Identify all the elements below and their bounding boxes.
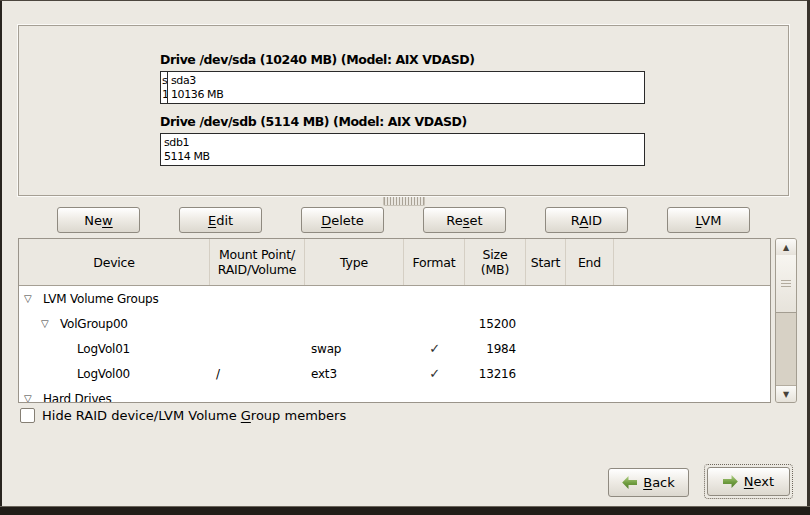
cell-size: 15200 [465, 317, 526, 331]
column-header-blank [614, 239, 770, 285]
scroll-up-arrow-icon[interactable]: ▲ [776, 239, 796, 256]
pane-splitter-grip[interactable] [383, 197, 425, 206]
drive-sda-title: Drive /dev/sda (10240 MB) (Model: AIX VD… [160, 52, 475, 67]
next-arrow-icon [723, 475, 738, 488]
header-label: Mount Point/ [219, 247, 295, 262]
next-button[interactable]: Next [707, 467, 790, 496]
partition-sda3[interactable]: sda3 10136 MB [168, 72, 644, 103]
cell-type: ext3 [305, 367, 404, 381]
header-label: RAID/Volume [218, 262, 297, 277]
cell-size: 13216 [465, 367, 526, 381]
header-label: Size [483, 247, 508, 262]
header-label: Type [340, 255, 368, 270]
label-part: Re [446, 213, 462, 228]
hide-members-option: Hide RAID device/LVM Volume Group member… [20, 408, 346, 423]
cell-type: swap [305, 342, 404, 356]
column-header-format[interactable]: Format [404, 239, 465, 285]
expander-icon[interactable]: ▽ [24, 393, 43, 403]
header-label: End [578, 255, 601, 270]
mnemonic: G [241, 408, 251, 423]
edit-button[interactable]: Edit [179, 207, 262, 233]
new-button[interactable]: New [57, 207, 140, 233]
cell-mount-point: / [210, 367, 305, 381]
format-checkmark-icon: ✓ [404, 341, 465, 356]
next-button-focus-ring: Next [704, 464, 793, 499]
column-header-mount-point[interactable]: Mount Point/RAID/Volume [210, 239, 305, 285]
partition-sda-sliver[interactable]: s 1 [161, 72, 168, 103]
cell-size: 1984 [465, 342, 526, 356]
column-header-start[interactable]: Start [526, 239, 566, 285]
partition-label: s [162, 74, 167, 87]
mnemonic: s [463, 213, 470, 228]
hide-members-label[interactable]: Hide RAID device/LVM Volume Group member… [42, 408, 346, 423]
label-part: ID [588, 213, 602, 228]
label-part: ext [754, 474, 775, 489]
drive-sda-bar: s 1 sda3 10136 MB [160, 71, 645, 104]
column-header-type[interactable]: Type [305, 239, 404, 285]
partition-label: sdb1 [164, 136, 189, 149]
device-label: LVM Volume Groups [43, 292, 159, 306]
mnemonic: A [579, 213, 588, 228]
mnemonic: E [208, 213, 216, 228]
partition-size: 5114 MB [164, 150, 210, 163]
label-part: ack [652, 475, 675, 490]
table-vertical-scrollbar[interactable]: ▲ ▼ [775, 238, 797, 403]
device-label: LogVol00 [77, 367, 130, 381]
partition-sdb1[interactable]: sdb1 5114 MB [161, 134, 644, 165]
expander-icon[interactable]: ▽ [41, 318, 60, 329]
device-label: VolGroup00 [60, 317, 128, 331]
window-border-top [0, 0, 810, 1]
label-part: dit [216, 213, 233, 228]
label-part: Hide RAID device/LVM Volume [42, 408, 241, 423]
table-row-lvm-volume-groups[interactable]: ▽LVM Volume Groups [19, 286, 770, 311]
partition-table: Device Mount Point/RAID/Volume Type Form… [18, 238, 771, 403]
column-header-size[interactable]: Size(MB) [465, 239, 526, 285]
label-part: Ne [84, 213, 102, 228]
header-label: Device [93, 255, 135, 270]
column-header-device[interactable]: Device [19, 239, 210, 285]
delete-button[interactable]: Delete [301, 207, 384, 233]
scrollbar-thumb[interactable] [776, 255, 796, 313]
label-part: elete [331, 213, 364, 228]
device-label: Hard Drives [43, 392, 112, 404]
expander-icon[interactable]: ▽ [24, 293, 43, 304]
reset-button[interactable]: Reset [423, 207, 506, 233]
mnemonic: D [321, 213, 331, 228]
table-header-row: Device Mount Point/RAID/Volume Type Form… [19, 239, 770, 286]
label-part: VM [701, 213, 721, 228]
header-label: Format [413, 255, 456, 270]
label-part: roup members [251, 408, 346, 423]
label-part: et [470, 213, 483, 228]
mnemonic: N [744, 474, 754, 489]
drive-visualization-panel: Drive /dev/sda (10240 MB) (Model: AIX VD… [18, 25, 789, 196]
table-row-volgroup00[interactable]: ▽VolGroup00 15200 [19, 311, 770, 336]
partition-size: 10136 MB [171, 88, 223, 101]
hide-members-checkbox[interactable] [20, 408, 35, 423]
drive-sdb-bar: sdb1 5114 MB [160, 133, 645, 166]
raid-button[interactable]: RAID [545, 207, 628, 233]
back-button[interactable]: Back [608, 468, 689, 497]
table-row-hard-drives[interactable]: ▽Hard Drives [19, 386, 770, 403]
table-row-logvol01[interactable]: LogVol01 swap ✓ 1984 [19, 336, 770, 361]
back-arrow-icon [622, 476, 637, 489]
column-header-end[interactable]: End [566, 239, 614, 285]
device-label: LogVol01 [77, 342, 130, 356]
header-label: (MB) [481, 262, 509, 277]
mnemonic: B [643, 475, 652, 490]
window-border-bottom [0, 506, 810, 515]
format-checkmark-icon: ✓ [404, 366, 465, 381]
mnemonic: w [102, 213, 113, 228]
drive-sdb-title: Drive /dev/sdb (5114 MB) (Model: AIX VDA… [160, 114, 467, 129]
table-row-logvol00[interactable]: LogVol00 / ext3 ✓ 13216 [19, 361, 770, 386]
partition-label: sda3 [171, 74, 196, 87]
scroll-down-arrow-icon[interactable]: ▼ [776, 385, 796, 402]
window-border-left [0, 0, 2, 515]
lvm-button[interactable]: LVM [667, 207, 750, 233]
header-label: Start [531, 255, 561, 270]
